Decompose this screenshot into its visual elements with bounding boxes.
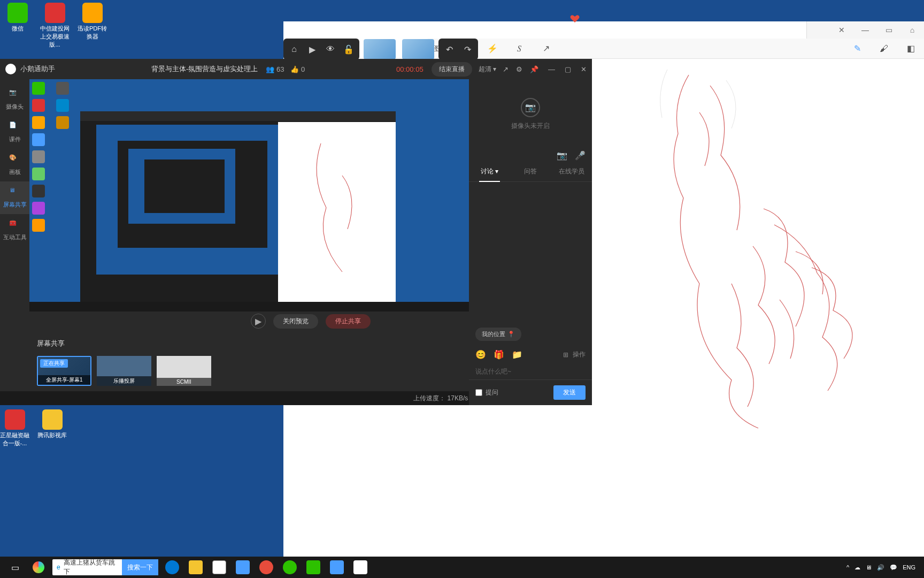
preview-thumb-1[interactable]: [364, 39, 396, 59]
app-name: 小鹅通助手: [20, 64, 55, 74]
minimize-icon[interactable]: —: [853, 21, 877, 39]
desktop-icon-video[interactable]: 腾讯影视库: [37, 409, 67, 447]
quality-selector[interactable]: 超清 ▾: [479, 65, 496, 74]
system-tray: ^ ☁ 🖥 🔊 💬 ENG: [846, 564, 921, 571]
tab-students[interactable]: 在线学员: [551, 162, 592, 181]
grid-icon[interactable]: ⊞: [563, 351, 568, 359]
app-logo-icon: [5, 64, 16, 74]
close-preview-button[interactable]: 关闭预览: [273, 314, 318, 329]
s-icon[interactable]: 𝑆: [511, 41, 527, 57]
course-title: 背景与主体-氛围营造与虚实处理上: [151, 64, 258, 74]
minimize-icon[interactable]: —: [548, 65, 555, 73]
home-icon[interactable]: ⌂: [286, 41, 303, 58]
likes-icon: 👍 0: [290, 65, 305, 73]
tray-notif-icon[interactable]: 💬: [890, 564, 897, 571]
heart-icon: [569, 13, 580, 24]
undo-icon[interactable]: ↶: [441, 41, 458, 58]
sketch-artwork: [592, 59, 924, 434]
stream-stats: 👥 63 👍 0: [266, 65, 305, 73]
redo-icon[interactable]: ↷: [459, 41, 476, 58]
sidebar-item-tools[interactable]: 🧰互动工具: [0, 214, 29, 247]
share-thumb-scmii[interactable]: SCMII: [157, 356, 211, 386]
app-icon-2[interactable]: [255, 557, 278, 578]
desktop-icons-row2: 正星融资融合一版-... 腾讯影视库: [0, 409, 67, 447]
tray-volume-icon[interactable]: 🔊: [877, 564, 884, 571]
tray-monitor-icon[interactable]: 🖥: [866, 564, 872, 571]
tab-discussion[interactable]: 讨论 ▾: [469, 162, 510, 181]
stream-timer: 00:00:05: [396, 65, 424, 73]
edge-icon[interactable]: [160, 557, 184, 578]
lock-icon[interactable]: 🔓: [340, 41, 357, 58]
chat-messages: [469, 182, 592, 323]
arrow-icon[interactable]: ↗: [538, 41, 554, 57]
share-thumb-lebo[interactable]: 乐播投屏: [97, 356, 151, 386]
maximize-icon[interactable]: ▭: [877, 21, 900, 39]
sidebar-item-whiteboard[interactable]: 🎨画板: [0, 149, 29, 181]
drawing-titlebar: ✕ — ▭ ⌂: [806, 21, 924, 39]
close-icon[interactable]: ✕: [830, 21, 853, 39]
location-pill[interactable]: 我的位置 📍: [475, 328, 521, 341]
folder-icon[interactable]: 📁: [512, 349, 522, 360]
share-icon[interactable]: ↗: [503, 65, 509, 73]
camera-preview: 📷 摄像头未开启: [469, 79, 592, 149]
desktop-icon-citic[interactable]: 中信建投网上交易极速版...: [40, 3, 70, 49]
lightning-icon[interactable]: ⚡: [484, 41, 500, 57]
drawing-canvas[interactable]: [594, 59, 924, 578]
gift-icon[interactable]: 🎁: [494, 349, 504, 360]
mic-toggle-icon[interactable]: 🎤: [575, 150, 586, 161]
taskbar-search[interactable]: e高速上猪从货车跳下 搜索一下: [52, 559, 158, 575]
app-icon-5[interactable]: [325, 557, 349, 578]
share-thumb-fullscreen[interactable]: 正在共享 全屏共享-屏幕1: [37, 356, 91, 386]
desktop-icon-finance[interactable]: 正星融资融合一版-...: [0, 409, 29, 447]
desktop-icon-pdf[interactable]: 迅读PDF转换器: [78, 3, 107, 49]
pencil-icon[interactable]: ✎: [849, 41, 865, 57]
end-stream-button[interactable]: 结束直播: [432, 62, 472, 77]
floating-toolbar: ⌂ ▶ 👁 🔓 ↶ ↷: [283, 39, 478, 60]
ops-label[interactable]: 操作: [573, 350, 586, 359]
camera-off-icon: 📷: [521, 98, 540, 117]
store-icon[interactable]: [207, 557, 231, 578]
close-icon[interactable]: ✕: [581, 65, 587, 73]
stream-header: 小鹅通助手 背景与主体-氛围营造与虚实处理上 👥 63 👍 0 00:00:05…: [0, 59, 592, 79]
search-e-icon: e: [57, 564, 60, 571]
app-icon-4[interactable]: [302, 557, 325, 578]
viewers-icon: 👥 63: [266, 65, 284, 73]
chat-input[interactable]: 说点什么吧~: [469, 364, 592, 379]
share-label: 屏幕共享: [37, 339, 65, 348]
desktop-icon-wechat[interactable]: 微信: [3, 3, 32, 49]
prev-icon[interactable]: ▶: [251, 314, 266, 329]
app-icon-3[interactable]: [278, 557, 302, 578]
restore-icon[interactable]: ⌂: [900, 21, 924, 39]
stream-sidebar: 📷摄像头 📄课件 🎨画板 🖥屏幕共享 🧰互动工具: [0, 79, 29, 391]
sidebar-item-camera[interactable]: 📷摄像头: [0, 83, 29, 116]
tray-lang[interactable]: ENG: [903, 564, 915, 571]
search-button[interactable]: 搜索一下: [122, 559, 158, 575]
settings-icon[interactable]: ⚙: [516, 65, 522, 73]
maximize-icon[interactable]: ▢: [565, 65, 571, 73]
eye-icon[interactable]: 👁: [322, 41, 339, 58]
tab-qa[interactable]: 问答: [510, 162, 551, 181]
upload-speed: 上传速度： 17KB/s: [413, 394, 468, 403]
eraser-icon[interactable]: ◧: [903, 41, 919, 57]
stop-share-button[interactable]: 停止共享: [326, 314, 371, 329]
play-icon[interactable]: ▶: [304, 41, 321, 58]
emoji-icon[interactable]: 😊: [475, 349, 486, 360]
brush-icon[interactable]: 🖌: [876, 41, 892, 57]
chat-panel: 📷 摄像头未开启 📷 🎤 讨论 ▾ 问答 在线学员 我的位置 📍 😊 🎁 📁 ⊞…: [469, 79, 592, 405]
tray-chevron-icon[interactable]: ^: [846, 564, 849, 571]
app-icon-1[interactable]: [231, 557, 255, 578]
preview-thumb-2[interactable]: [402, 39, 434, 59]
send-button[interactable]: 发送: [553, 385, 586, 400]
desktop-icons-row1: 微信 中信建投网上交易极速版... 迅读PDF转换器: [3, 3, 107, 49]
camera-toggle-icon[interactable]: 📷: [557, 150, 567, 161]
chat-tabs: 讨论 ▾ 问答 在线学员: [469, 162, 592, 182]
app-icon-6[interactable]: [349, 557, 372, 578]
sidebar-item-screenshare[interactable]: 🖥屏幕共享: [0, 181, 29, 214]
question-checkbox[interactable]: 提问: [475, 388, 498, 397]
pin-icon[interactable]: 📌: [530, 65, 538, 73]
explorer-icon[interactable]: [184, 557, 207, 578]
start-icon[interactable]: [27, 557, 50, 578]
task-view-icon[interactable]: ▭: [3, 557, 27, 578]
tray-cloud-icon[interactable]: ☁: [854, 564, 860, 571]
sidebar-item-courseware[interactable]: 📄课件: [0, 116, 29, 149]
